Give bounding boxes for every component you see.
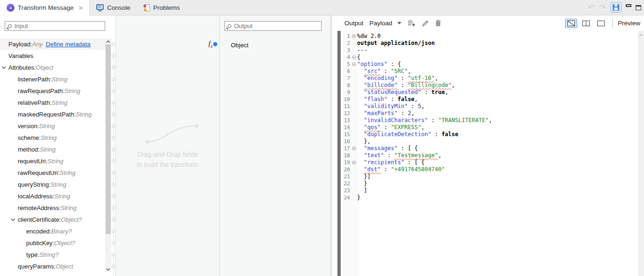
tree-row-scheme[interactable]: scheme : String xyxy=(0,132,105,144)
code-line-6[interactable]: 6 "src" : "SRC", xyxy=(341,68,637,75)
layout-columns-button[interactable] xyxy=(580,19,592,28)
code-line-8[interactable]: 8 "billcode" : "Billingcode", xyxy=(341,82,637,89)
mapping-anchor-icon[interactable] xyxy=(112,124,115,128)
save-button[interactable] xyxy=(610,2,622,13)
delete-trash-icon[interactable] xyxy=(435,20,441,27)
chevron-down-icon[interactable] xyxy=(11,218,18,221)
output-search-field[interactable] xyxy=(234,22,318,29)
tree-row-attributes[interactable]: Attributes : Object xyxy=(0,62,105,73)
mapping-anchor-icon[interactable] xyxy=(112,160,115,163)
fold-collapse-icon[interactable] xyxy=(351,55,357,59)
fold-collapse-icon[interactable] xyxy=(351,34,357,38)
tree-row-publickey[interactable]: publicKey : Object? xyxy=(0,237,105,249)
mapping-anchor-icon[interactable] xyxy=(112,54,115,58)
code-line-10[interactable]: 10 "flash" : false, xyxy=(341,96,637,103)
layout-single-button[interactable] xyxy=(595,19,607,28)
mapping-anchor-icon[interactable] xyxy=(112,241,115,245)
mapping-anchor-icon[interactable] xyxy=(112,265,115,268)
scroll-up-icon[interactable] xyxy=(105,38,111,44)
code-line-20[interactable]: 20 "dst" : "+4917645804740" xyxy=(341,166,637,173)
mapping-anchor-icon[interactable] xyxy=(112,206,115,210)
mapping-anchor-icon[interactable] xyxy=(112,171,115,174)
add-transform-icon[interactable] xyxy=(408,20,415,27)
tree-row-payload[interactable]: Payload : AnyDefine metadata xyxy=(0,38,105,50)
code-line-22[interactable]: 22 } xyxy=(341,180,637,187)
mapping-anchor-icon[interactable] xyxy=(112,195,115,198)
tree-row-type[interactable]: type : String? xyxy=(0,249,105,261)
input-scrollbar[interactable] xyxy=(105,38,111,272)
input-search-field[interactable] xyxy=(14,22,102,29)
tree-row-relativepath[interactable]: relativePath : String xyxy=(0,97,105,109)
layout-split-button[interactable] xyxy=(565,19,577,28)
code-line-13[interactable]: 13 "invalidCharacters" : "TRANSLITERATE"… xyxy=(341,117,637,124)
maximize-button[interactable] xyxy=(636,5,641,10)
tree-row-listenerpath[interactable]: listenerPath : String xyxy=(0,73,105,85)
undo-icon[interactable]: ↶ xyxy=(588,3,595,12)
tab-console[interactable]: Console xyxy=(90,0,137,15)
mapping-anchor-icon[interactable] xyxy=(112,66,115,69)
tree-row-encoded[interactable]: encoded : Binary? xyxy=(0,225,105,237)
tab-transform-message[interactable]: « Transform Message × xyxy=(0,0,90,15)
mapping-anchor-icon[interactable] xyxy=(112,230,115,233)
code-line-11[interactable]: 11 "validityMin" : 5, xyxy=(341,103,637,110)
chevron-down-icon[interactable] xyxy=(397,22,401,24)
tab-problems[interactable]: Problems xyxy=(137,0,186,15)
close-icon[interactable]: × xyxy=(79,4,83,12)
preview-button[interactable]: Preview xyxy=(618,20,640,27)
scroll-down-icon[interactable] xyxy=(105,266,111,272)
tree-row-requesturi[interactable]: requestUri : String xyxy=(0,155,105,167)
code-line-14[interactable]: 14 "qos" : "EXPRESS", xyxy=(341,124,637,131)
code-line-4[interactable]: 4{ xyxy=(341,54,637,61)
fold-collapse-icon[interactable] xyxy=(351,62,357,66)
mapping-anchor-icon[interactable] xyxy=(112,183,115,186)
mapping-anchor-icon[interactable] xyxy=(112,113,115,116)
output-root-object[interactable]: Object xyxy=(231,39,249,51)
code-line-15[interactable]: 15 "duplicateDetection" : false xyxy=(341,131,637,138)
tree-row-queryparams[interactable]: queryParams : Object xyxy=(0,261,105,272)
tree-row-rawrequesturi[interactable]: rawRequestUri : String xyxy=(0,167,105,179)
scroll-up-icon[interactable] xyxy=(638,32,644,38)
tree-row-maskedrequestpath[interactable]: maskedRequestPath : String xyxy=(0,109,105,120)
mapping-anchor-icon[interactable] xyxy=(112,253,115,256)
mapping-anchor-icon[interactable] xyxy=(112,148,115,151)
edit-pencil-icon[interactable] xyxy=(422,20,429,27)
tree-row-version[interactable]: version : String xyxy=(0,120,105,132)
minimize-button[interactable] xyxy=(626,4,631,7)
mapping-anchor-icon[interactable] xyxy=(112,136,115,139)
tree-row-variables[interactable]: Variables xyxy=(0,50,105,62)
chevron-down-icon[interactable] xyxy=(1,66,8,69)
mapping-anchor-icon[interactable] xyxy=(112,101,115,104)
code-line-12[interactable]: 12 "maxParts" : 2, xyxy=(341,110,637,117)
mapping-canvas[interactable]: Drag-and-Drop fields to build the transf… xyxy=(115,15,220,276)
tree-row-method[interactable]: method : String xyxy=(0,144,105,155)
mapping-anchor-icon[interactable] xyxy=(112,43,115,46)
code-line-23[interactable]: 23 ] xyxy=(341,187,637,194)
code-line-2[interactable]: 2output application/json xyxy=(341,40,637,47)
code-line-5[interactable]: 5"options" : { xyxy=(341,61,637,68)
code-line-18[interactable]: 18 "text" : "Testmessage", xyxy=(341,152,637,159)
code-line-19[interactable]: 19 "recipients" : [ { xyxy=(341,159,637,166)
code-line-9[interactable]: 9 "statusRequested" : true, xyxy=(341,89,637,96)
redo-icon[interactable]: ↷ xyxy=(599,3,606,12)
tree-row-rawrequestpath[interactable]: rawRequestPath : String xyxy=(0,85,105,97)
code-line-1[interactable]: 1%dw 2.0 xyxy=(341,33,637,40)
tree-row-clientcertificate[interactable]: clientCertificate : Object? xyxy=(0,214,105,225)
code-line-3[interactable]: 3--- xyxy=(341,47,637,54)
code-line-16[interactable]: 16 }, xyxy=(341,138,637,145)
code-line-7[interactable]: 7 "encoding" : "utf-16", xyxy=(341,75,637,82)
tree-row-localaddress[interactable]: localAddress : String xyxy=(0,190,105,202)
code-line-24[interactable]: 24} xyxy=(341,194,637,201)
code-line-21[interactable]: 21 }] xyxy=(341,173,637,180)
code-line-17[interactable]: 17 "messages" : [ { xyxy=(341,145,637,152)
define-metadata-link[interactable]: Define metadata xyxy=(46,41,90,48)
mapping-anchor-icon[interactable] xyxy=(112,218,115,221)
fold-collapse-icon[interactable] xyxy=(351,160,357,165)
tree-row-querystring[interactable]: queryString : String xyxy=(0,179,105,190)
scrollbar-thumb[interactable] xyxy=(106,44,111,234)
mapping-anchor-icon[interactable] xyxy=(112,89,115,93)
mapping-anchor-icon[interactable] xyxy=(112,78,115,81)
fold-collapse-icon[interactable] xyxy=(351,146,357,151)
editor-payload-selector[interactable]: Payload xyxy=(370,20,393,27)
fx-mapping-badge[interactable]: fx xyxy=(208,40,217,49)
tree-row-remoteaddress[interactable]: remoteAddress : String xyxy=(0,202,105,214)
